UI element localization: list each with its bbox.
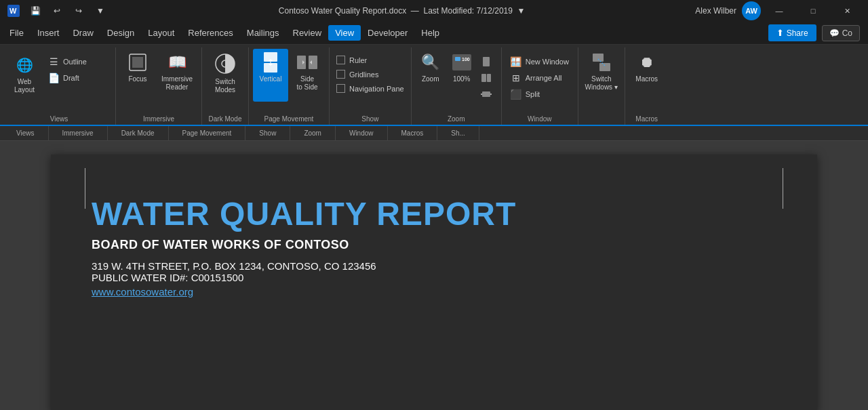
minimize-button[interactable]: — [764, 0, 795, 22]
vertical-button[interactable]: Vertical [253, 49, 288, 102]
rl-show: Show [245, 126, 290, 140]
ribbon-group-immersive: Focus 📖 ImmersiveReader Immersive [116, 47, 202, 125]
rl-page-movement: Page Movement [169, 126, 246, 140]
ribbon-group-zoom: 🔍 Zoom 100 100% [412, 47, 502, 125]
arrange-all-button[interactable]: ⊞ Arrange All [506, 70, 574, 85]
redo[interactable]: ↪ [71, 3, 87, 19]
switch-windows-label: SwitchWindows ▾ [585, 75, 618, 91]
svg-rect-24 [593, 54, 604, 62]
focus-label: Focus [128, 75, 146, 83]
ribbon-group-window: 🪟 New Window ⊞ Arrange All ⬛ Split Windo… [502, 47, 578, 125]
side-to-side-button[interactable]: Sideto Side [290, 49, 325, 102]
svg-rect-11 [297, 56, 306, 69]
draft-button[interactable]: 📄 Draft [43, 70, 111, 85]
menu-bar: File Insert Draw Design Layout Reference… [0, 22, 868, 45]
macros-icon: ⏺ [636, 52, 658, 73]
ribbon-group-dark-mode: SwitchModes Dark Mode [202, 47, 249, 125]
menu-layout[interactable]: Layout [141, 25, 181, 41]
new-window-button[interactable]: 🪟 New Window [506, 54, 574, 69]
immersive-reader-icon: 📖 [166, 52, 188, 73]
vertical-label: Vertical [260, 75, 282, 83]
menu-developer[interactable]: Developer [361, 25, 414, 41]
dark-mode-content: SwitchModes [206, 49, 244, 114]
document-address: 319 W. 4TH STREET, P.O. BOX 1234, CONTOS… [92, 260, 776, 272]
menu-file[interactable]: File [3, 25, 31, 41]
document-website[interactable]: www.contosowater.org [92, 286, 776, 298]
rl-share: Sh... [437, 126, 479, 140]
gridlines-check[interactable]: Gridlines [334, 68, 407, 80]
vertical-icon [260, 52, 281, 73]
split-icon: ⬛ [510, 89, 522, 100]
macros-content: ⏺ Macros [629, 49, 665, 114]
menu-insert[interactable]: Insert [31, 25, 66, 41]
menu-view[interactable]: View [328, 25, 361, 41]
title-bar: W 💾 ↩ ↪ ▼ Contoso Water Quality Report.d… [0, 0, 868, 22]
macros-group-label: Macros [629, 114, 665, 125]
multiple-pages-button[interactable] [478, 70, 497, 85]
immersive-reader-label: ImmersiveReader [161, 75, 193, 91]
svg-rect-12 [309, 56, 317, 69]
views-label: Views [7, 114, 111, 125]
menu-help[interactable]: Help [414, 25, 446, 41]
views-small-col: 🌐 WebLayout [7, 49, 42, 104]
views-content: 🌐 WebLayout ☰ Outline 📄 Draft [7, 49, 111, 114]
quick-save[interactable]: 💾 [27, 3, 43, 19]
rl-zoom: Zoom [290, 126, 336, 140]
rl-views: Views [3, 126, 49, 140]
zoom-button[interactable]: 🔍 Zoom [416, 49, 446, 102]
arrange-all-label: Arrange All [526, 74, 562, 82]
title-bar-left: W 💾 ↩ ↪ ▼ [5, 3, 108, 19]
gridlines-checkbox[interactable] [336, 70, 345, 79]
macros-label: Macros [635, 75, 658, 83]
page-width-icon [481, 89, 492, 100]
immersive-reader-button[interactable]: 📖 ImmersiveReader [157, 49, 197, 102]
svg-text:W: W [9, 7, 17, 15]
ruler-checkbox[interactable] [336, 56, 345, 64]
new-window-label: New Window [526, 58, 569, 66]
menu-review[interactable]: Review [286, 25, 329, 41]
switch-windows-button[interactable]: SwitchWindows ▾ [583, 49, 620, 102]
web-layout-button[interactable]: 🌐 WebLayout [7, 52, 42, 104]
ribbon-group-page-movement: Vertical Sideto Side Page Movement [249, 47, 330, 125]
one-page-button[interactable] [478, 54, 497, 69]
cursor-left [85, 168, 85, 209]
rl-window: Window [336, 126, 388, 140]
comments-button[interactable]: 💬 Co [822, 25, 860, 41]
word-logo[interactable]: W [5, 3, 22, 19]
undo[interactable]: ↩ [49, 3, 65, 19]
navigation-pane-check[interactable]: Navigation Pane [334, 83, 407, 94]
navigation-pane-checkbox[interactable] [336, 84, 345, 93]
maximize-button[interactable]: □ [797, 0, 829, 22]
switch-modes-icon [213, 52, 237, 76]
ribbon-group-macros: ⏺ Macros Macros [625, 47, 669, 125]
ruler-check[interactable]: Ruler [334, 54, 407, 66]
svg-rect-25 [599, 63, 610, 71]
header-right: ⬆ Share 💬 Co [768, 24, 865, 41]
zoom-100-button[interactable]: 100 100% [447, 49, 477, 102]
web-layout-label: WebLayout [14, 78, 35, 94]
switch-modes-button[interactable]: SwitchModes [206, 49, 244, 102]
menu-references[interactable]: References [181, 25, 239, 41]
immersive-label: Immersive [120, 114, 197, 125]
show-label: Show [334, 114, 407, 125]
immersive-content: Focus 📖 ImmersiveReader [120, 49, 197, 114]
show-checkboxes: Ruler Gridlines Navigation Pane [334, 49, 407, 94]
menu-mailings[interactable]: Mailings [240, 25, 286, 41]
menu-draw[interactable]: Draw [66, 25, 100, 41]
focus-button[interactable]: Focus [120, 49, 155, 102]
outline-button[interactable]: ☰ Outline [43, 54, 111, 69]
share-button[interactable]: ⬆ Share [768, 24, 816, 41]
ruler-label: Ruler [349, 56, 367, 64]
page-width-button[interactable] [478, 87, 497, 102]
close-button[interactable]: ✕ [831, 0, 863, 22]
window-label: Window [506, 114, 574, 125]
user-initials: AW [745, 7, 757, 15]
macros-button[interactable]: ⏺ Macros [629, 49, 665, 102]
customize-qat[interactable]: ▼ [92, 3, 108, 19]
menu-design[interactable]: Design [100, 25, 141, 41]
web-layout-icon: 🌐 [14, 54, 35, 76]
svg-rect-18 [483, 57, 490, 66]
draft-label: Draft [63, 74, 79, 82]
split-button[interactable]: ⬛ Split [506, 87, 574, 102]
draft-icon: 📄 [47, 73, 60, 83]
